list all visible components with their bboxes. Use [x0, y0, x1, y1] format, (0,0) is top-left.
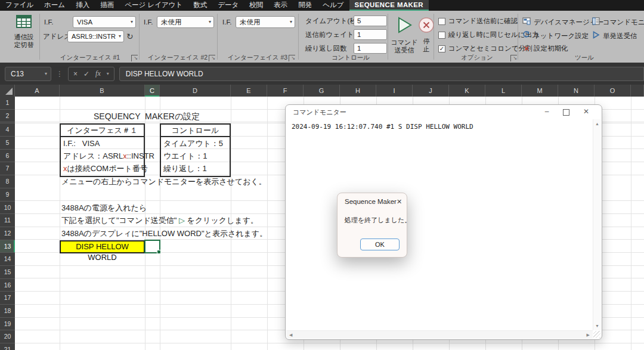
vertical-scrollbar[interactable]: ▲ ▼: [593, 119, 601, 330]
menu-page-layout[interactable]: ページ レイアウト: [119, 0, 188, 11]
command-send-receive-button[interactable]: コマンド送受信: [389, 16, 420, 54]
col-header-A[interactable]: A: [15, 85, 60, 97]
row-header-12[interactable]: 12: [0, 227, 15, 240]
maximize-icon[interactable]: [558, 105, 574, 119]
row-header-19[interactable]: 19: [0, 318, 15, 331]
cell-B13-command[interactable]: DISP HELLOW WORLD: [60, 240, 145, 253]
network-icon: [522, 30, 530, 41]
col-header-O[interactable]: O: [595, 85, 631, 97]
enter-icon[interactable]: ✓: [83, 70, 89, 78]
tab-sequence-maker[interactable]: SEQUENCE MAKER: [349, 0, 429, 11]
scroll-left-icon[interactable]: ◀: [289, 333, 292, 337]
resize-grip[interactable]: [593, 331, 600, 338]
menu-insert[interactable]: 挿入: [70, 0, 95, 11]
row-header-16[interactable]: 16: [0, 279, 15, 292]
option-split-comma-semicolon[interactable]: ✓ コンマとセミコロンで分割: [438, 44, 532, 53]
control-table-row-repeat: 繰り返し：1: [161, 162, 230, 175]
menu-help[interactable]: ヘルプ: [317, 0, 349, 11]
scroll-up-icon[interactable]: ▲: [595, 122, 599, 126]
command-send-receive-label: コマンド送受信: [390, 39, 419, 54]
col-header-B[interactable]: B: [60, 85, 145, 97]
menu-formulas[interactable]: 数式: [188, 0, 212, 11]
if1-dialog-launcher-icon[interactable]: ↘: [131, 55, 138, 61]
single-send-receive-button[interactable]: 単発送受信: [592, 30, 637, 41]
row-header-7[interactable]: 7: [0, 162, 15, 175]
if3-label: I.F.: [222, 16, 231, 28]
reset-settings-button[interactable]: ✕ 設定初期化: [522, 44, 568, 53]
monitor-log-line: 2024-09-19 16:12:07.740 #1 S DISP HELLOW…: [292, 123, 590, 131]
col-header-J[interactable]: J: [413, 85, 449, 97]
col-header-E[interactable]: E: [231, 85, 267, 97]
row-header-18[interactable]: 18: [0, 305, 15, 318]
menu-review[interactable]: 校閲: [244, 0, 268, 11]
if1-type-dropdown[interactable]: VISA▾: [73, 16, 136, 28]
scroll-right-icon[interactable]: ▶: [587, 333, 590, 337]
col-header-C[interactable]: C: [145, 85, 160, 97]
menu-file[interactable]: ファイル: [0, 0, 39, 11]
col-header-G[interactable]: G: [304, 85, 340, 97]
menu-draw[interactable]: 描画: [95, 0, 119, 11]
repeat-input[interactable]: 1: [354, 43, 387, 54]
comm-settings-switch-button[interactable]: 通信設定切替: [10, 14, 38, 61]
if2-type-dropdown[interactable]: 未使用▾: [157, 16, 214, 28]
group-separator: [217, 14, 218, 60]
if3-dialog-launcher-icon[interactable]: ↘: [289, 55, 295, 61]
menu-data[interactable]: データ: [212, 0, 244, 11]
cancel-icon[interactable]: ×: [73, 70, 78, 78]
row-header-21[interactable]: 21: [0, 343, 15, 350]
ok-button[interactable]: OK: [360, 239, 400, 250]
minimize-icon[interactable]: –: [538, 105, 555, 119]
command-monitor-button[interactable]: コマンドモニター: [592, 17, 644, 27]
row-header-2[interactable]: 2: [0, 110, 15, 123]
col-header-I[interactable]: I: [376, 85, 413, 97]
name-box[interactable]: C13 ▾: [5, 67, 51, 81]
if2-dialog-launcher-icon[interactable]: ↘: [209, 55, 215, 61]
if3-type-dropdown[interactable]: 未使用▾: [236, 16, 295, 28]
col-header-K[interactable]: K: [449, 85, 485, 97]
if1-address-dropdown[interactable]: ASRL9::INSTR▾: [67, 30, 124, 42]
ribbon: 通信設定切替 I.F. VISA▾ アドレス ASRL9::INSTR▾ ↻ イ…: [0, 11, 644, 63]
col-header-D[interactable]: D: [160, 85, 231, 97]
insert-function-icon[interactable]: fx: [95, 69, 101, 78]
row-header-10[interactable]: 10: [0, 202, 15, 215]
menu-home[interactable]: ホーム: [39, 0, 70, 11]
command-monitor-window: コマンドモニター – ✕ 2024-09-19 16:12:07.740 #1 …: [285, 104, 602, 340]
row-header-15[interactable]: 15: [0, 266, 15, 279]
col-header-N[interactable]: N: [558, 85, 595, 97]
horizontal-scrollbar[interactable]: ◀ ▶: [286, 330, 593, 339]
option-confirm-before-send[interactable]: コマンド送信前に確認: [438, 17, 518, 26]
row-header-14[interactable]: 14: [0, 253, 15, 266]
device-manager-button[interactable]: デバイスマネージャー: [522, 17, 603, 27]
interface-table-row-comport: xは接続COMポート番号: [61, 162, 144, 175]
col-header-H[interactable]: H: [340, 85, 376, 97]
row-header-11[interactable]: 11: [0, 214, 15, 227]
timeout-input[interactable]: 5: [354, 16, 387, 26]
wait-input[interactable]: 1: [354, 29, 387, 40]
row-header-9[interactable]: 9: [0, 188, 15, 202]
row-header-5[interactable]: 5: [0, 137, 15, 150]
col-header-F[interactable]: F: [267, 85, 304, 97]
stop-button[interactable]: 停止: [417, 17, 435, 52]
scroll-down-icon[interactable]: ▼: [595, 324, 599, 328]
formula-actions: × ✓ fx ▾: [68, 67, 114, 81]
close-icon[interactable]: ✕: [578, 105, 595, 119]
options-dialog-launcher-icon[interactable]: ↘: [510, 55, 517, 61]
col-header-partial[interactable]: [631, 85, 644, 97]
select-all-corner[interactable]: [0, 85, 15, 97]
row-header-13[interactable]: 13: [0, 240, 15, 253]
row-header-17[interactable]: 17: [0, 292, 15, 305]
col-header-M[interactable]: M: [522, 85, 558, 97]
row-header-6[interactable]: 6: [0, 150, 15, 163]
network-settings-button[interactable]: ネットワーク設定: [522, 30, 589, 41]
row-header-4[interactable]: 4: [0, 123, 15, 137]
row-header-20[interactable]: 20: [0, 330, 15, 343]
active-cell-C13[interactable]: [144, 240, 160, 253]
row-header-8[interactable]: 8: [0, 175, 15, 188]
menu-developer[interactable]: 開発: [293, 0, 317, 11]
formula-input[interactable]: DISP HELLOW WORLD: [119, 67, 644, 81]
menu-view[interactable]: 表示: [268, 0, 293, 11]
refresh-icon[interactable]: ↻: [126, 30, 134, 42]
close-icon[interactable]: ✕: [397, 198, 402, 206]
col-header-L[interactable]: L: [485, 85, 522, 97]
row-header-1[interactable]: 1: [0, 97, 15, 110]
